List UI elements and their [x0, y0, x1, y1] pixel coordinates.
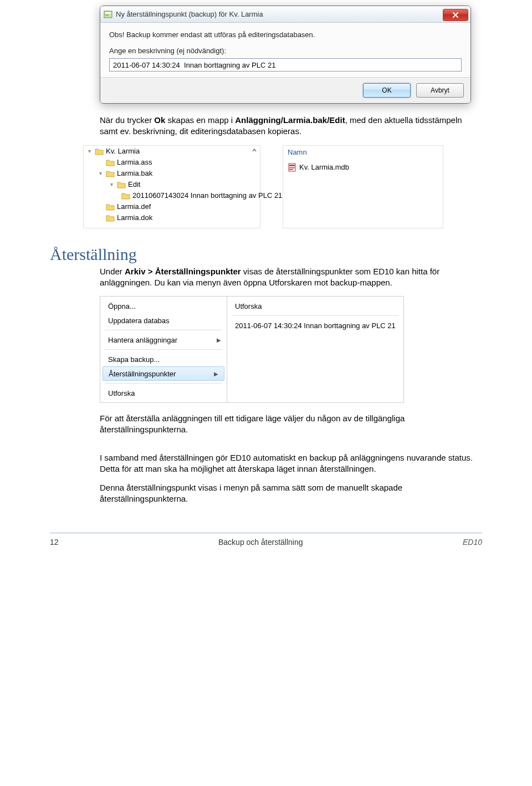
tree-item[interactable]: ▾Kv. Larmia — [84, 146, 260, 157]
chevron-right-icon: ▶ — [217, 337, 221, 343]
dialog-button-row: OK Avbryt — [100, 77, 470, 103]
ok-button[interactable]: OK — [363, 83, 411, 98]
folder-icon — [106, 203, 115, 211]
paragraph-3: För att återställa anläggningen till ett… — [100, 413, 482, 436]
scroll-up-icon[interactable] — [251, 147, 258, 154]
menu-item-update-db[interactable]: Uppdatera databas — [100, 313, 227, 328]
dialog-prompt: Ange en beskrivning (ej nödvändigt): — [109, 47, 462, 55]
paragraph-2: Under Arkiv > Återställningspunkter visa… — [100, 266, 482, 289]
tree-item[interactable]: Larmia.dok — [84, 212, 260, 223]
folder-icon — [121, 192, 130, 200]
page-number: 12 — [50, 538, 59, 547]
dialog-title: Ny återställningspunkt (backup) för Kv. … — [116, 10, 443, 18]
restore-points-submenu: Utforska 2011-06-07 14:30:24 Innan bortt… — [227, 296, 404, 403]
paragraph-5: Denna återställningspunkt visas i menyn … — [100, 482, 482, 505]
file-list: Namn Kv. Larmia.mdb — [283, 145, 443, 228]
heading-aterstallning: Återställning — [50, 245, 532, 264]
submenu-item-restore-entry[interactable]: 2011-06-07 14:30:24 Innan borttagning av… — [227, 318, 403, 333]
menu-item-manage[interactable]: Hantera anläggningar▶ — [100, 333, 227, 347]
svg-rect-5 — [289, 167, 295, 169]
folder-icon — [106, 170, 115, 177]
folder-icon — [95, 147, 104, 155]
close-button[interactable] — [443, 9, 468, 21]
tree-item[interactable]: ▾Larmia.bak — [84, 168, 260, 179]
menu-separator — [105, 349, 222, 350]
footer-title: Backup och återställning — [59, 538, 463, 547]
dialog-notice: Obs! Backup kommer endast att utföras på… — [109, 30, 462, 39]
file-name: Kv. Larmia.mdb — [299, 163, 349, 171]
chevron-right-icon: ▶ — [214, 371, 218, 377]
arkiv-menu: Öppna... Uppdatera databas Hantera anläg… — [100, 296, 227, 403]
app-icon — [104, 10, 112, 19]
dialog-body: Obs! Backup kommer endast att utföras på… — [100, 23, 470, 77]
submenu-item-explore[interactable]: Utforska — [227, 299, 403, 313]
folder-icon — [117, 181, 126, 188]
paragraph-4: I samband med återställningen gör ED10 a… — [100, 452, 482, 475]
footer-doc-id: ED10 — [463, 538, 482, 547]
tree-item[interactable]: 20110607143024 Innan borttagning av PLC … — [84, 190, 260, 201]
menu-item-open[interactable]: Öppna... — [100, 299, 227, 313]
svg-rect-4 — [289, 165, 295, 166]
tree-item[interactable]: Larmia.def — [84, 201, 260, 212]
menu-item-restore-points[interactable]: Återställningspunkter▶ — [103, 366, 224, 381]
menu-separator — [232, 315, 399, 316]
menu-item-explore[interactable]: Utforska — [100, 386, 227, 400]
cancel-button[interactable]: Avbryt — [416, 83, 464, 98]
mdb-file-icon — [288, 163, 296, 172]
folder-tree: ▾Kv. Larmia Larmia.ass ▾Larmia.bak ▾Edit… — [83, 145, 260, 228]
paragraph-1: När du trycker Ok skapas en mapp i Anläg… — [100, 115, 482, 137]
svg-rect-1 — [105, 12, 111, 14]
svg-rect-6 — [289, 169, 293, 170]
file-item[interactable]: Kv. Larmia.mdb — [288, 162, 438, 173]
column-header-name[interactable]: Namn — [288, 148, 438, 156]
folder-icon — [106, 214, 115, 222]
svg-rect-2 — [105, 14, 109, 16]
dialog-titlebar: Ny återställningspunkt (backup) för Kv. … — [100, 6, 470, 23]
tree-item[interactable]: Larmia.ass — [84, 157, 260, 168]
backup-dialog: Ny återställningspunkt (backup) för Kv. … — [100, 6, 471, 104]
description-input[interactable] — [109, 58, 462, 72]
page-footer: 12 Backup och återställning ED10 — [50, 533, 482, 547]
menu-item-create-backup[interactable]: Skapa backup... — [100, 352, 227, 366]
tree-item[interactable]: ▾Edit — [84, 179, 260, 190]
menu-separator — [105, 383, 222, 384]
folder-icon — [106, 159, 115, 166]
menu-separator — [105, 330, 222, 330]
